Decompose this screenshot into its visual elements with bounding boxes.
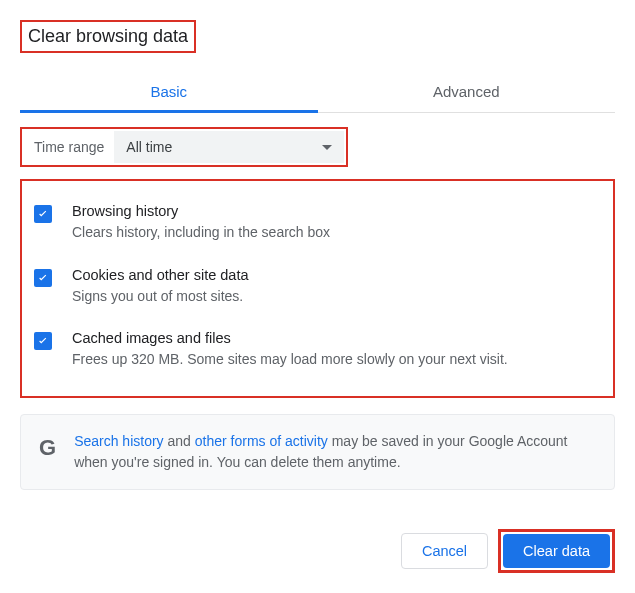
other-activity-link[interactable]: other forms of activity [195, 433, 328, 449]
option-cached: Cached images and files Frees up 320 MB.… [30, 318, 605, 382]
google-logo-icon: G [39, 435, 56, 461]
info-text: Search history and other forms of activi… [74, 431, 596, 473]
time-range-row: Time range All time [20, 127, 348, 167]
search-history-link[interactable]: Search history [74, 433, 163, 449]
option-desc: Clears history, including in the search … [72, 223, 601, 243]
option-text: Cookies and other site data Signs you ou… [72, 267, 601, 307]
options-list: Browsing history Clears history, includi… [20, 179, 615, 398]
check-icon [36, 334, 50, 348]
info-text-part: and [164, 433, 195, 449]
check-icon [36, 207, 50, 221]
option-text: Browsing history Clears history, includi… [72, 203, 601, 243]
clear-data-highlight: Clear data [498, 529, 615, 573]
option-desc: Frees up 320 MB. Some sites may load mor… [72, 350, 601, 370]
tab-advanced[interactable]: Advanced [318, 71, 616, 112]
checkbox-browsing-history[interactable] [34, 205, 52, 223]
tabs: Basic Advanced [20, 71, 615, 113]
dialog-title: Clear browsing data [20, 20, 196, 53]
clear-data-button[interactable]: Clear data [503, 534, 610, 568]
option-text: Cached images and files Frees up 320 MB.… [72, 330, 601, 370]
time-range-select[interactable]: All time [114, 131, 344, 163]
option-desc: Signs you out of most sites. [72, 287, 601, 307]
google-account-info: G Search history and other forms of acti… [20, 414, 615, 490]
clear-browsing-data-dialog: Clear browsing data Basic Advanced Time … [0, 0, 635, 490]
option-cookies: Cookies and other site data Signs you ou… [30, 255, 605, 319]
cancel-button[interactable]: Cancel [401, 533, 488, 569]
option-title: Cached images and files [72, 330, 601, 346]
option-browsing-history: Browsing history Clears history, includi… [30, 191, 605, 255]
dialog-footer: Cancel Clear data [401, 529, 615, 573]
option-title: Cookies and other site data [72, 267, 601, 283]
chevron-down-icon [322, 145, 332, 150]
time-range-value: All time [126, 139, 172, 155]
option-title: Browsing history [72, 203, 601, 219]
time-range-label: Time range [24, 131, 114, 163]
checkbox-cookies[interactable] [34, 269, 52, 287]
tab-basic[interactable]: Basic [20, 71, 318, 112]
checkbox-cached[interactable] [34, 332, 52, 350]
check-icon [36, 271, 50, 285]
